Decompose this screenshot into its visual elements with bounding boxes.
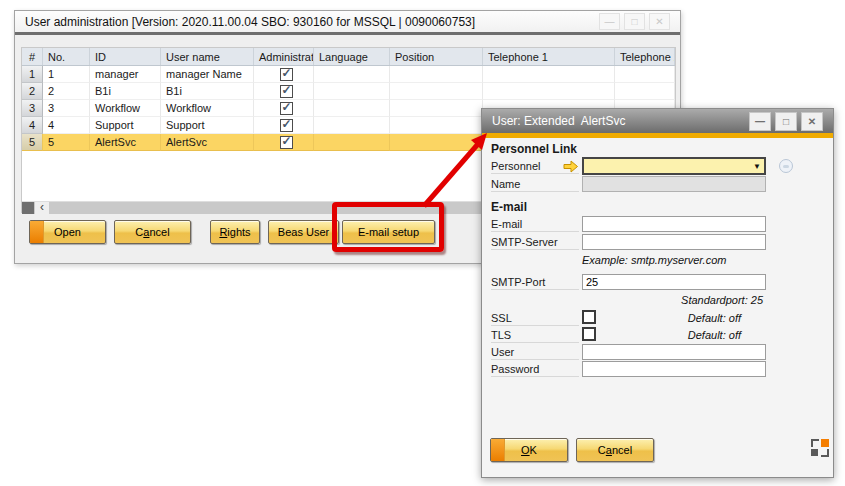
cell-administrator: ✓ (254, 66, 314, 83)
minimize-icon[interactable]: — (749, 112, 771, 131)
ssl-checkbox[interactable] (582, 310, 596, 324)
scrollbar-corner[interactable] (22, 202, 34, 214)
password-label: Password (491, 361, 579, 377)
cell-no[interactable]: 3 (43, 100, 90, 117)
cell-no[interactable]: 4 (43, 117, 90, 134)
cell-no[interactable]: 1 (43, 66, 90, 83)
cell-id[interactable]: manager (90, 66, 161, 83)
cancel-button[interactable]: Cancel (114, 220, 191, 244)
dialog-title: User: Extended AlertSvc (492, 114, 625, 128)
minimize-icon[interactable]: — (599, 13, 620, 30)
cell-id[interactable]: AlertSvc (90, 134, 161, 151)
cell-username[interactable]: Support (161, 117, 254, 134)
cell-username[interactable]: manager Name (161, 66, 254, 83)
smtp-port-field[interactable] (582, 274, 766, 290)
title-bar[interactable]: User administration [Version: 2020.11.00… (15, 11, 680, 35)
table-row[interactable]: 2 2 B1i B1i ✓ (22, 83, 675, 100)
user-row: User (491, 344, 825, 361)
cell-id[interactable]: Workflow (90, 100, 161, 117)
close-icon[interactable]: ✕ (801, 112, 823, 131)
cell-position[interactable] (390, 100, 483, 117)
password-field[interactable] (582, 361, 766, 377)
cell-language[interactable] (314, 66, 390, 83)
administrator-checkbox[interactable]: ✓ (280, 85, 293, 98)
resize-grip-icon[interactable] (811, 439, 829, 457)
cell-position[interactable] (390, 83, 483, 100)
maximize-icon[interactable]: □ (624, 13, 645, 30)
administrator-checkbox[interactable]: ✓ (280, 68, 293, 81)
col-header-num[interactable]: # (22, 48, 43, 65)
smtp-server-hint: Example: smtp.myserver.com (582, 254, 726, 266)
ok-button[interactable]: OK (490, 438, 568, 462)
user-field[interactable] (582, 344, 766, 360)
cell-language[interactable] (314, 117, 390, 134)
row-number[interactable]: 1 (22, 66, 43, 83)
cell-position[interactable] (390, 117, 483, 134)
personnel-combobox[interactable]: ▼ (582, 157, 766, 175)
check-icon: ✓ (282, 66, 292, 80)
col-header-telephone1[interactable]: Telephone 1 (483, 48, 615, 65)
smtp-port-label: SMTP-Port (491, 274, 579, 290)
ssl-row: SSL Default: off (491, 310, 825, 327)
cell-no[interactable]: 5 (43, 134, 90, 151)
row-number[interactable]: 4 (22, 117, 43, 134)
row-number[interactable]: 3 (22, 100, 43, 117)
cell-language[interactable] (314, 83, 390, 100)
tls-checkbox[interactable] (582, 327, 596, 341)
cell-username[interactable]: AlertSvc (161, 134, 254, 151)
smtp-server-field[interactable] (582, 234, 766, 250)
smtp-server-row: SMTP-Server (491, 234, 825, 251)
col-header-language[interactable]: Language (314, 48, 390, 65)
personnel-row: Personnel ▼ (491, 158, 825, 175)
table-header-row: # No. ID User name Administrator Languag… (22, 48, 675, 66)
choose-from-list-icon[interactable] (779, 159, 793, 173)
check-icon: ✓ (282, 134, 292, 148)
chevron-down-icon[interactable]: ▼ (753, 162, 764, 171)
administrator-checkbox[interactable]: ✓ (280, 136, 293, 149)
administrator-checkbox[interactable]: ✓ (280, 102, 293, 115)
administrator-checkbox[interactable]: ✓ (280, 119, 293, 132)
col-header-no[interactable]: No. (43, 48, 90, 65)
cell-administrator: ✓ (254, 117, 314, 134)
user-extended-dialog: User: Extended AlertSvc — □ ✕ Personnel … (481, 108, 834, 478)
cell-username[interactable]: Workflow (161, 100, 254, 117)
cell-position[interactable] (390, 66, 483, 83)
cell-telephone2[interactable] (615, 66, 675, 83)
cell-language[interactable] (314, 134, 390, 151)
cell-id[interactable]: B1i (90, 83, 161, 100)
cell-telephone1[interactable] (483, 83, 615, 100)
cell-telephone2[interactable] (615, 83, 675, 100)
row-number[interactable]: 5 (22, 134, 43, 151)
email-row: E-mail (491, 216, 825, 233)
cell-username[interactable]: B1i (161, 83, 254, 100)
dialog-title-bar[interactable]: User: Extended AlertSvc — □ ✕ (482, 109, 833, 133)
scroll-left-icon[interactable]: ‹ (35, 202, 49, 214)
name-label: Name (491, 176, 579, 192)
cell-no[interactable]: 2 (43, 83, 90, 100)
window-title: User administration [Version: 2020.11.00… (25, 15, 475, 29)
cell-telephone1[interactable] (483, 66, 615, 83)
ssl-hint: Default: off (688, 312, 741, 324)
email-label: E-mail (491, 216, 579, 232)
rights-button[interactable]: Rights (210, 220, 260, 244)
open-button[interactable]: Open (29, 220, 106, 244)
ssl-label: SSL (491, 310, 579, 326)
email-field[interactable] (582, 216, 766, 232)
cell-id[interactable]: Support (90, 117, 161, 134)
row-number[interactable]: 2 (22, 83, 43, 100)
maximize-icon[interactable]: □ (775, 112, 797, 131)
smtp-port-row: SMTP-Port (491, 274, 825, 291)
table-row[interactable]: 1 1 manager manager Name ✓ (22, 66, 675, 83)
col-header-position[interactable]: Position (390, 48, 483, 65)
dialog-cancel-button[interactable]: Cancel (576, 438, 654, 462)
close-icon[interactable]: ✕ (649, 13, 670, 30)
col-header-username[interactable]: User name (161, 48, 254, 65)
link-arrow-icon[interactable] (563, 160, 579, 175)
cell-language[interactable] (314, 100, 390, 117)
beas-user-button[interactable]: Beas User (268, 220, 339, 244)
col-header-telephone2[interactable]: Telephone 2 (615, 48, 675, 65)
cell-position[interactable] (390, 134, 483, 151)
col-header-id[interactable]: ID (90, 48, 161, 65)
col-header-administrator[interactable]: Administrator (254, 48, 314, 65)
cell-administrator: ✓ (254, 134, 314, 151)
